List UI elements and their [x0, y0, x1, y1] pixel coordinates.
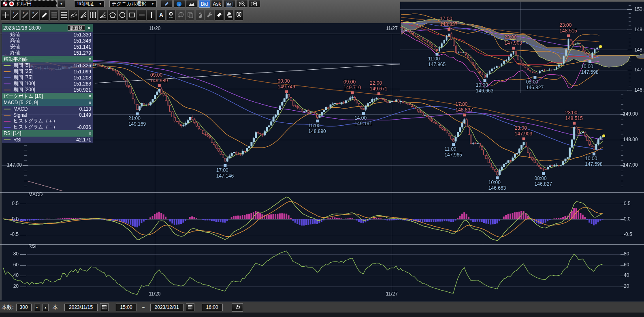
- from-calendar-icon[interactable]: [100, 303, 109, 311]
- indicator-row: RSI42.171: [2, 137, 93, 143]
- line-color-swatch: [4, 115, 11, 116]
- ohlc-row: 始値151.330: [2, 32, 93, 38]
- section-title: ピークボトム [10]: [4, 93, 43, 100]
- line-color-swatch: [4, 121, 11, 122]
- indicator-value: 42.171: [76, 137, 91, 143]
- indicator-value: 0.149: [79, 112, 91, 118]
- indicator-row: Signal0.149: [2, 112, 93, 118]
- count-decrease-button[interactable]: ▼: [34, 304, 40, 311]
- indicator-value: 151.288: [74, 81, 91, 87]
- section-title: 移動平均線: [4, 56, 28, 63]
- indicator-value: 151.326: [74, 63, 91, 69]
- indicator-value: 151.099: [74, 69, 91, 75]
- line-color-swatch: [4, 71, 11, 72]
- indicator-row: 期間 [25]151.099: [2, 69, 93, 75]
- from-date-input[interactable]: 2023/11/15: [64, 304, 98, 311]
- line-color-swatch: [4, 77, 11, 78]
- chart-canvas[interactable]: [0, 0, 644, 302]
- ohlc-label: 終値: [10, 49, 20, 56]
- indicator-value: 151.208: [74, 75, 91, 81]
- ohlc-value: 151.279: [74, 50, 91, 56]
- indicator-row: 期間 [75]151.208: [2, 75, 93, 81]
- indicator-section-header[interactable]: ピークボトム [10]×: [2, 93, 93, 99]
- indicator-label: ヒストグラム（－）: [13, 124, 58, 131]
- info-panel-header: 2023/11/16 18:00 最新足 ×: [2, 24, 93, 32]
- range-toolbar: 本数: 300 ▼ ▲ 本 2023/11/15 15:00 ～ 2023/12…: [0, 302, 644, 313]
- indicator-row: MACD0.113: [2, 106, 93, 112]
- indicator-info-panel[interactable]: 2023/11/16 18:00 最新足 × 始値151.330高値151.34…: [2, 24, 93, 143]
- window-bottom-edge: [0, 313, 644, 317]
- indicator-row: ヒストグラム（＋）: [2, 118, 93, 124]
- bar-count-input[interactable]: 300: [16, 304, 32, 311]
- indicator-row: ヒストグラム（－）-0.036: [2, 124, 93, 130]
- range-tilde: ～: [141, 304, 146, 311]
- line-color-swatch: [4, 109, 11, 109]
- close-icon[interactable]: ×: [89, 57, 91, 62]
- ohlc-value: 151.141: [74, 44, 91, 50]
- close-icon[interactable]: ×: [89, 94, 91, 99]
- indicator-label: 期間 [200]: [13, 86, 35, 93]
- ohlc-value: 151.346: [74, 38, 91, 44]
- line-color-swatch: [4, 90, 11, 90]
- ohlc-row: 安値151.141: [2, 44, 93, 50]
- line-color-swatch: [4, 65, 11, 66]
- indicator-section-header[interactable]: MACD [5, 20, 9]×: [2, 99, 93, 106]
- indicator-label: MACD: [13, 106, 28, 112]
- indicator-section-header[interactable]: RSI [14]×: [2, 130, 93, 137]
- to-time-input[interactable]: 16:00: [202, 304, 223, 311]
- to-calendar-icon[interactable]: [186, 303, 194, 311]
- bar-unit-label: 本: [53, 304, 58, 311]
- close-icon[interactable]: ×: [89, 131, 91, 136]
- bar-count-label: 本数:: [2, 304, 14, 311]
- indicator-value: 150.921: [74, 87, 91, 93]
- count-increase-button[interactable]: ▲: [43, 304, 49, 311]
- indicator-row: 期間 [5]151.326: [2, 62, 93, 69]
- bar-datetime: 2023/11/16 18:00: [3, 25, 41, 31]
- section-title: RSI [14]: [4, 131, 21, 136]
- close-icon[interactable]: ×: [89, 101, 91, 105]
- fx-trading-app: { "toolbar": { "pair": "ドル/円", "timefram…: [0, 0, 644, 317]
- line-color-swatch: [4, 84, 11, 84]
- close-icon[interactable]: ×: [87, 26, 92, 30]
- indicator-section-header[interactable]: 移動平均線×: [2, 56, 93, 62]
- section-title: MACD [5, 20, 9]: [4, 100, 38, 105]
- indicator-label: RSI: [13, 137, 21, 143]
- to-date-input[interactable]: 2023/12/01: [150, 304, 183, 311]
- ohlc-row: 高値151.346: [2, 38, 93, 44]
- indicator-value: -0.036: [77, 124, 91, 130]
- from-time-input[interactable]: 15:00: [116, 304, 137, 311]
- latest-bar-button[interactable]: 最新足: [68, 25, 85, 31]
- line-color-swatch: [4, 127, 11, 128]
- ohlc-value: 151.330: [74, 32, 91, 38]
- indicator-row: 期間 [200]150.921: [2, 87, 93, 93]
- indicator-label: Signal: [13, 112, 27, 118]
- ohlc-row: 終値151.279: [2, 50, 93, 56]
- indicator-row: 期間 [100]151.288: [2, 81, 93, 87]
- apply-range-button[interactable]: [232, 303, 243, 312]
- indicator-value: 0.113: [79, 106, 91, 112]
- line-color-swatch: [4, 139, 11, 140]
